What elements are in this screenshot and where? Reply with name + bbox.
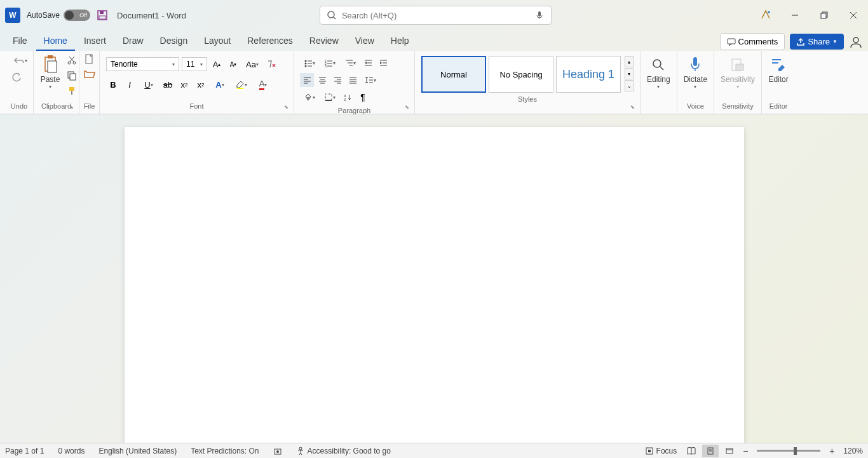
- cut-button[interactable]: [64, 53, 79, 67]
- justify-button[interactable]: [346, 73, 360, 87]
- increase-font-button[interactable]: A▴: [210, 57, 224, 71]
- share-button[interactable]: Share ▼: [790, 34, 844, 50]
- tab-references[interactable]: References: [240, 32, 301, 51]
- clipboard-dialog-launcher[interactable]: ⬊: [69, 104, 77, 112]
- read-mode-button[interactable]: [683, 445, 700, 457]
- align-right-button[interactable]: [330, 73, 344, 87]
- style-no-spacing[interactable]: No Spacing: [489, 56, 553, 93]
- tab-help[interactable]: Help: [383, 32, 417, 51]
- account-icon[interactable]: [849, 35, 863, 49]
- chevron-down-icon: ▾: [736, 84, 739, 90]
- paste-button[interactable]: Paste ▾: [37, 53, 63, 91]
- zoom-in-button[interactable]: +: [827, 446, 837, 456]
- sensitivity-button[interactable]: Sensitivity ▾: [718, 53, 757, 91]
- chevron-down-icon: ▾: [49, 84, 51, 90]
- italic-button[interactable]: I: [123, 77, 137, 91]
- copy-button[interactable]: [64, 69, 79, 83]
- format-painter-button[interactable]: [64, 84, 79, 98]
- text-predictions-status[interactable]: Text Predictions: On: [191, 447, 259, 455]
- svg-line-73: [660, 67, 663, 70]
- tab-insert[interactable]: Insert: [76, 32, 114, 51]
- font-name-combo[interactable]: Tenorite ▾: [106, 57, 179, 71]
- search-box[interactable]: [320, 6, 552, 25]
- font-dialog-launcher[interactable]: ⬊: [284, 104, 292, 112]
- editor-label: Editor: [768, 75, 788, 84]
- focus-button[interactable]: Focus: [645, 447, 677, 455]
- document-area[interactable]: [0, 114, 868, 445]
- decrease-indent-button[interactable]: [361, 56, 375, 70]
- change-case-button[interactable]: Aa▾: [243, 57, 262, 71]
- undo-button[interactable]: ▾: [9, 53, 32, 67]
- autosave-toggle[interactable]: Off: [64, 10, 90, 21]
- print-layout-button[interactable]: [702, 445, 719, 457]
- dictate-icon: [685, 55, 705, 75]
- underline-button[interactable]: U▾: [139, 77, 158, 91]
- paragraph-dialog-launcher[interactable]: ⬊: [405, 104, 412, 112]
- svg-point-3: [328, 11, 334, 18]
- open-file-icon[interactable]: [83, 67, 96, 80]
- styles-dialog-launcher[interactable]: ⬊: [630, 104, 638, 112]
- clear-formatting-button[interactable]: [264, 57, 278, 71]
- zoom-out-button[interactable]: −: [740, 446, 750, 456]
- tab-layout[interactable]: Layout: [196, 32, 238, 51]
- close-button[interactable]: [839, 5, 868, 25]
- font-size-combo[interactable]: 11 ▾: [182, 57, 207, 71]
- numbering-button[interactable]: 123▾: [320, 56, 339, 70]
- web-layout-button[interactable]: [721, 445, 738, 457]
- comments-button[interactable]: Comments: [720, 33, 785, 50]
- maximize-button[interactable]: [810, 5, 839, 25]
- shading-button[interactable]: ▾: [300, 90, 319, 104]
- tab-review[interactable]: Review: [302, 32, 346, 51]
- redo-button[interactable]: [9, 70, 24, 84]
- microphone-icon[interactable]: [534, 10, 545, 20]
- document-page[interactable]: [125, 127, 744, 445]
- font-color-button[interactable]: A▾: [254, 77, 273, 91]
- bold-button[interactable]: B: [106, 77, 120, 91]
- style-heading1[interactable]: Heading 1: [556, 56, 621, 93]
- increase-indent-button[interactable]: [376, 56, 390, 70]
- accessibility-status[interactable]: Accessibility: Good to go: [296, 447, 391, 455]
- tab-design[interactable]: Design: [153, 32, 196, 51]
- new-file-icon[interactable]: [83, 53, 96, 66]
- align-left-button[interactable]: [300, 73, 314, 87]
- multilevel-list-button[interactable]: ▾: [341, 56, 360, 70]
- page-number-status[interactable]: Page 1 of 1: [5, 447, 44, 455]
- text-effects-button[interactable]: A▾: [210, 77, 229, 91]
- svg-point-19: [73, 62, 76, 64]
- superscript-button[interactable]: x2: [194, 77, 208, 91]
- macro-status[interactable]: [273, 447, 282, 455]
- zoom-slider[interactable]: [757, 450, 820, 452]
- ribbon-display-icon[interactable]: [751, 5, 780, 25]
- editing-button[interactable]: Editing ▾: [644, 53, 673, 91]
- zoom-level[interactable]: 120%: [843, 447, 863, 455]
- tab-view[interactable]: View: [348, 32, 382, 51]
- editor-icon: [768, 55, 789, 75]
- styles-scroll-down[interactable]: ▾: [625, 68, 634, 79]
- dictate-button[interactable]: Dictate ▾: [681, 53, 710, 91]
- search-input[interactable]: [342, 11, 534, 20]
- borders-button[interactable]: ▾: [320, 90, 339, 104]
- word-count-status[interactable]: 0 words: [58, 447, 85, 455]
- svg-rect-5: [538, 11, 541, 17]
- sort-button[interactable]: AZ: [341, 90, 355, 104]
- align-center-button[interactable]: [315, 73, 329, 87]
- bullets-button[interactable]: ▾: [300, 56, 319, 70]
- tab-home[interactable]: Home: [36, 32, 75, 51]
- decrease-font-button[interactable]: A▾: [226, 57, 240, 71]
- highlight-button[interactable]: ▾: [232, 77, 251, 91]
- minimize-button[interactable]: [780, 5, 810, 25]
- styles-expand[interactable]: ⌄: [625, 80, 634, 91]
- show-marks-button[interactable]: ¶: [356, 90, 370, 104]
- editor-button[interactable]: Editor: [766, 53, 791, 85]
- styles-scroll-up[interactable]: ▴: [625, 56, 634, 67]
- tab-draw[interactable]: Draw: [115, 32, 151, 51]
- line-spacing-button[interactable]: ▾: [361, 73, 380, 87]
- tab-file[interactable]: File: [5, 32, 35, 51]
- save-icon[interactable]: [97, 10, 108, 21]
- subscript-button[interactable]: x2: [177, 77, 191, 91]
- language-status[interactable]: English (United States): [98, 447, 177, 455]
- file-actions-group: File: [79, 51, 100, 114]
- zoom-slider-thumb[interactable]: [794, 447, 797, 455]
- style-normal[interactable]: Normal: [421, 56, 486, 93]
- strikethrough-button[interactable]: ab: [161, 77, 175, 91]
